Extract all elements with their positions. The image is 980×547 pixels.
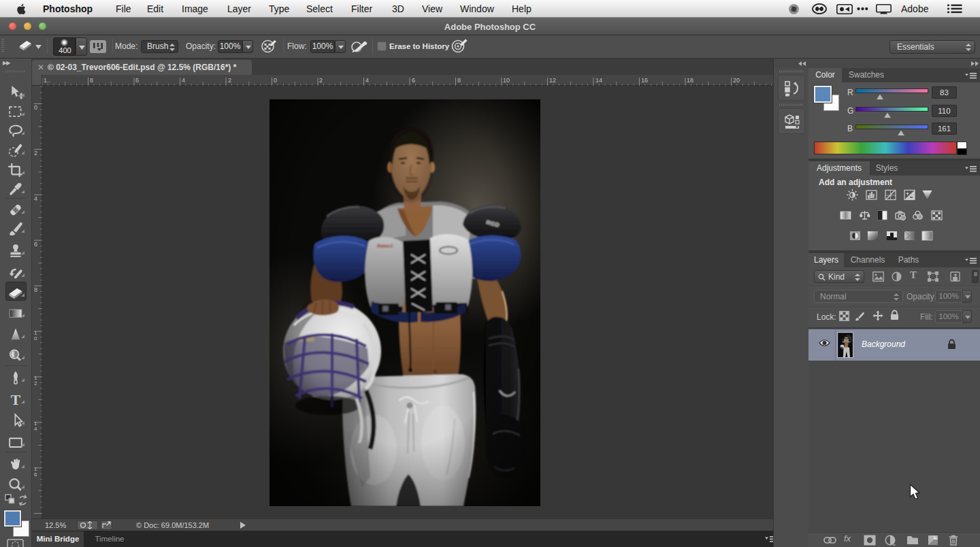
svg-text:16: 16 (641, 77, 648, 84)
svg-text:2: 2 (34, 380, 37, 386)
svg-text:0: 0 (274, 77, 277, 84)
svg-text:0: 0 (34, 104, 37, 111)
svg-text:6: 6 (135, 77, 139, 84)
svg-text:2: 2 (319, 77, 323, 84)
svg-text:4: 4 (34, 195, 37, 202)
svg-text:6: 6 (412, 77, 415, 84)
svg-text:0: 0 (34, 335, 37, 342)
svg-text:6: 6 (34, 471, 37, 478)
svg-text:1..: 1.. (44, 77, 50, 84)
svg-text:20: 20 (733, 77, 740, 84)
svg-text:4: 4 (182, 77, 185, 84)
svg-text:2: 2 (228, 77, 231, 84)
svg-text:4: 4 (34, 426, 37, 432)
svg-text:2: 2 (34, 150, 37, 156)
svg-text:14: 14 (595, 77, 602, 84)
svg-text:8: 8 (34, 286, 37, 293)
svg-text:4: 4 (365, 77, 369, 84)
svg-text:18: 18 (687, 77, 693, 84)
svg-text:6: 6 (34, 241, 37, 248)
svg-text:10: 10 (503, 77, 510, 84)
svg-text:12: 12 (549, 77, 556, 84)
svg-text:T: T (11, 392, 20, 408)
svg-text:8: 8 (90, 77, 93, 84)
svg-text:8: 8 (457, 77, 461, 84)
